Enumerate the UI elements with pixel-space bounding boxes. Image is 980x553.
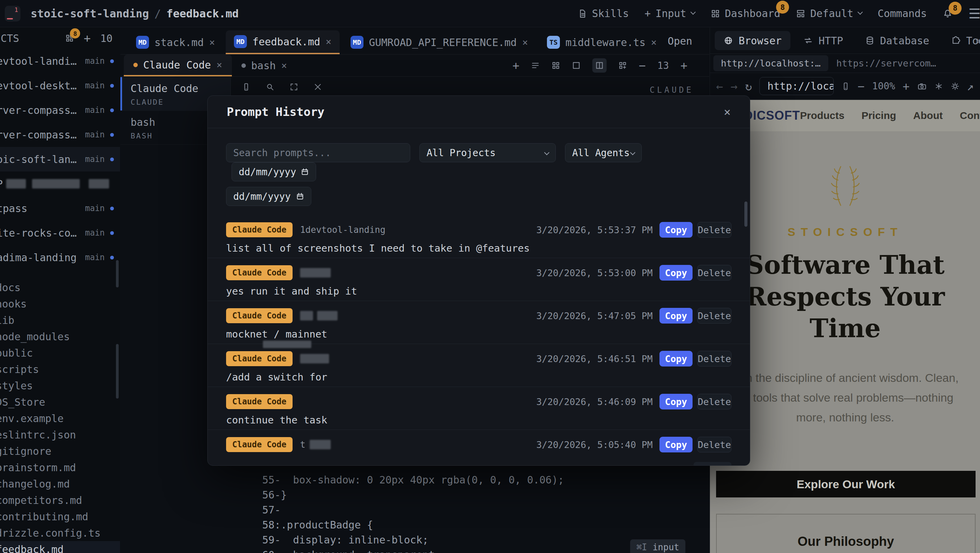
file-tree-item[interactable]: public: [0, 345, 120, 361]
tab-bash[interactable]: bash ×: [232, 54, 297, 76]
fullscreen-icon[interactable]: [290, 83, 298, 91]
copy-button[interactable]: Copy: [659, 394, 692, 410]
close-icon[interactable]: ×: [522, 37, 528, 48]
file-tree-item[interactable]: eslintrc.json: [0, 426, 120, 443]
file-tree-item[interactable]: contributing.md: [0, 509, 120, 525]
close-icon[interactable]: ×: [281, 60, 287, 71]
copy-button[interactable]: Copy: [659, 265, 692, 281]
file-tree-item[interactable]: node_modules: [0, 328, 120, 345]
list-layout-button[interactable]: [531, 61, 540, 70]
nav-link-pricing[interactable]: Pricing: [861, 110, 896, 121]
file-tree-item[interactable]: lib: [0, 312, 120, 328]
close-icon[interactable]: ×: [326, 36, 331, 48]
prev-page-button[interactable]: Prev: [558, 462, 593, 466]
add-session-button[interactable]: +: [512, 59, 519, 72]
framework-icon[interactable]: [934, 82, 943, 91]
next-page-button[interactable]: Next: [694, 462, 732, 466]
file-tree-item[interactable]: brainstorm.md: [0, 459, 120, 476]
add-project-button[interactable]: +: [84, 31, 91, 45]
search-icon[interactable]: [266, 83, 275, 91]
file-tree-item[interactable]: hooks: [0, 296, 120, 312]
copy-button[interactable]: Copy: [659, 222, 692, 238]
project-grid-button[interactable]: 8: [65, 34, 74, 43]
skills-button[interactable]: Skills: [578, 8, 629, 19]
grid-add-layout-button[interactable]: [618, 61, 627, 70]
grid-layout-button[interactable]: [551, 61, 560, 70]
commands-button[interactable]: Commands: [878, 8, 927, 19]
project-filter-select[interactable]: All Projects: [419, 143, 556, 162]
copy-button[interactable]: Copy: [659, 437, 692, 453]
close-icon[interactable]: ×: [651, 37, 657, 48]
tab-gumroad-api-reference-md[interactable]: MD GUMROAD_API_REFERENCE.md ×: [342, 30, 536, 54]
project-list-item[interactable]: tpass main: [0, 196, 120, 221]
delete-button[interactable]: Delete: [697, 222, 732, 238]
device-icon[interactable]: [242, 83, 251, 91]
url-input[interactable]: http://localhost: [759, 77, 834, 95]
open-external-icon[interactable]: ↗: [967, 79, 974, 93]
zoom-in-button[interactable]: +: [681, 59, 687, 72]
file-tree-item[interactable]: drizzle.config.ts: [0, 525, 120, 541]
dashboard-button[interactable]: Dashboard 8: [711, 8, 781, 19]
nav-link-contact[interactable]: Contact: [960, 110, 980, 121]
zoom-out-button[interactable]: −: [639, 59, 646, 72]
panel-overflow-chevron[interactable]: ›: [974, 33, 980, 48]
file-tree-item[interactable]: styles: [0, 377, 120, 394]
search-input[interactable]: [233, 147, 403, 159]
project-list-item[interactable]: rver-compass… main: [0, 122, 120, 147]
project-list-item-selected[interactable]: oic-soft-lan… main: [0, 147, 120, 172]
sidebar-scrollbar-thumb[interactable]: [116, 260, 119, 288]
file-tree-item[interactable]: competitors.md: [0, 492, 120, 509]
agent-filter-select[interactable]: All Agents: [565, 143, 642, 162]
zoom-out-icon[interactable]: −: [858, 79, 864, 93]
explore-our-work-button[interactable]: Explore Our Work: [716, 471, 975, 497]
delete-button[interactable]: Delete: [697, 308, 732, 324]
copy-button[interactable]: Copy: [659, 308, 692, 324]
file-tree-item[interactable]: scripts: [0, 361, 120, 377]
input-hint-badge[interactable]: ⌘I input: [630, 539, 686, 553]
screenshot-icon[interactable]: [917, 81, 927, 91]
file-tree-item[interactable]: changelog.md: [0, 476, 120, 492]
sidebar-scrollbar-thumb[interactable]: [116, 344, 119, 399]
close-icon[interactable]: [313, 83, 322, 91]
default-layout-button[interactable]: Default: [796, 8, 862, 19]
zoom-in-icon[interactable]: +: [903, 79, 909, 93]
tab-stack-md[interactable]: MD stack.md ×: [128, 30, 223, 54]
delete-button[interactable]: Delete: [697, 437, 732, 453]
project-list-item[interactable]: rver-compass… main: [0, 98, 120, 122]
nav-link-about[interactable]: About: [913, 110, 943, 121]
close-icon[interactable]: ×: [216, 59, 222, 71]
tab-database[interactable]: Database: [856, 31, 939, 50]
close-icon[interactable]: ×: [209, 37, 215, 48]
delete-button[interactable]: Delete: [697, 394, 732, 410]
input-menu-button[interactable]: + Input: [644, 8, 695, 19]
reload-icon[interactable]: ↻: [745, 79, 752, 93]
close-icon[interactable]: ×: [724, 105, 731, 119]
forward-icon[interactable]: →: [730, 79, 737, 93]
single-pane-button[interactable]: [572, 61, 581, 70]
url-tab-active[interactable]: http://localhost:…: [713, 55, 828, 71]
file-tree-item-selected[interactable]: feedback.md: [0, 541, 120, 553]
tab-middleware-ts[interactable]: TS middleware.ts ×: [539, 30, 665, 54]
modal-scrollbar-thumb[interactable]: [745, 202, 748, 227]
date-from-input[interactable]: dd/mm/yyyy: [232, 162, 316, 181]
settings-gear-icon[interactable]: [951, 82, 959, 91]
hamburger-menu-icon[interactable]: ☰: [969, 6, 980, 21]
file-tree-item[interactable]: DS_Store: [0, 394, 120, 410]
device-preview-icon[interactable]: [841, 82, 850, 91]
delete-button[interactable]: Delete: [697, 265, 732, 281]
notifications-button[interactable]: 8: [942, 8, 953, 19]
tab-claude-code[interactable]: Claude Code ×: [124, 54, 232, 76]
tab-browser[interactable]: Browser: [715, 31, 791, 50]
project-list-item[interactable]: evtool-deskt… main: [0, 73, 120, 98]
file-tree-item[interactable]: docs: [0, 279, 120, 296]
delete-button[interactable]: Delete: [697, 351, 732, 367]
split-pane-button[interactable]: [592, 58, 607, 73]
tab-feedback-md[interactable]: MD feedback.md ×: [226, 30, 340, 54]
copy-button[interactable]: Copy: [659, 351, 692, 367]
tab-http[interactable]: HTTP: [794, 31, 852, 50]
open-button[interactable]: Open: [668, 35, 692, 47]
file-tree-item[interactable]: gitignore: [0, 443, 120, 459]
project-list-item[interactable]: ite-rocks-co… main: [0, 221, 120, 245]
project-list-item[interactable]: adima-landing main: [0, 245, 120, 270]
nav-link-products[interactable]: Products: [800, 110, 844, 121]
